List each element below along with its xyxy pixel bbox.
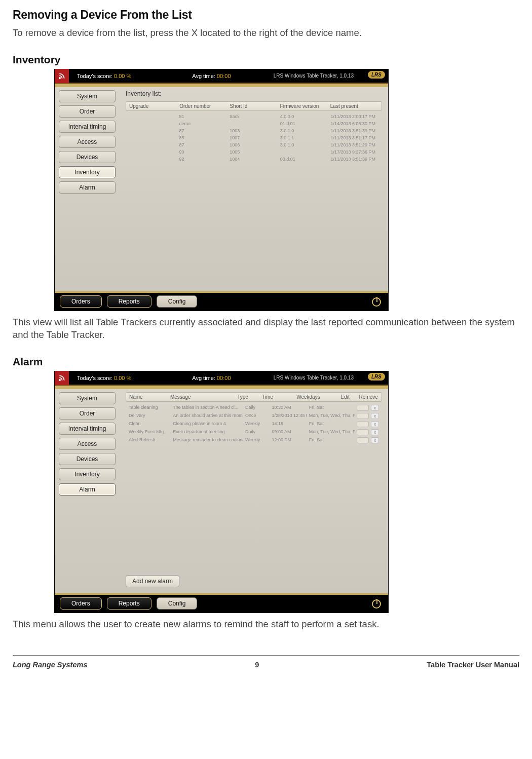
inventory-rows: 81track4.0.0.01/11/2013 2:00:17 PMdemo01… (126, 113, 382, 163)
app-body-alarm: System Order Interval timing Access Devi… (55, 386, 388, 593)
table-row: CleanCleaning please in room 4Weekly14:1… (126, 420, 382, 428)
orders-button[interactable]: Orders (60, 597, 102, 610)
footer-left: Long Range Systems (13, 661, 87, 669)
heading-removing-device: Removing a Device From the List (13, 8, 519, 22)
remove-button[interactable]: x (371, 429, 379, 435)
content-area: Inventory list: Upgrade Order number Sho… (120, 85, 388, 291)
table-row: 92100403.d.011/11/2013 3:51:39 PM (126, 156, 382, 163)
col-type: Type (237, 394, 260, 400)
col-short-id: Short Id (230, 103, 278, 109)
avg-label-text: Avg time: (192, 375, 215, 381)
app-bottombar-alarm: Orders Reports Config (55, 593, 388, 613)
alarm-header: Name Message Type Time Weekdays Edit Rem… (126, 392, 382, 402)
sidebar-item-inventory[interactable]: Inventory (59, 166, 116, 178)
edit-button[interactable] (357, 421, 369, 427)
col-weekdays: Weekdays (296, 394, 338, 400)
heading-alarm: Alarm (13, 356, 519, 368)
remove-button[interactable]: x (371, 421, 379, 427)
window-title: LRS Windows Table Tracker, 1.0.13 (274, 73, 354, 79)
lrs-logo: LRS (368, 71, 385, 79)
col-time: Time (262, 394, 294, 400)
remove-button[interactable]: x (371, 437, 379, 443)
screenshot-inventory: Today's score: 0.00 % Avg time: 00:00 LR… (54, 69, 389, 311)
table-row: demo01.d.011/14/2013 6:06:30 PM (126, 120, 382, 127)
power-icon[interactable] (372, 297, 381, 307)
sidebar: System Order Interval timing Access Devi… (55, 387, 120, 593)
edit-button[interactable] (357, 405, 369, 411)
orders-button[interactable]: Orders (60, 295, 102, 308)
col-edit: Edit (340, 394, 357, 400)
edit-button[interactable] (357, 429, 369, 435)
col-upgrade: Upgrade (129, 103, 177, 109)
col-firmware: Firmware version (280, 103, 328, 109)
paragraph-inventory-caption: This view will list all Table Trackers c… (13, 316, 519, 341)
sidebar-item-interval-timing[interactable]: Interval timing (59, 423, 116, 435)
score-value: 0.00 % (114, 73, 131, 79)
screenshot-alarm: Today's score: 0.00 % Avg time: 00:00 LR… (54, 371, 389, 613)
footer-right: Table Tracker User Manual (427, 661, 519, 669)
inventory-list-label: Inventory list: (126, 90, 382, 97)
inventory-header: Upgrade Order number Short Id Firmware v… (126, 101, 382, 111)
table-row: 8710063.0.1.01/11/2013 3:51:29 PM (126, 141, 382, 148)
svg-point-1 (59, 380, 60, 381)
avg-label: Avg time: 00:00 (192, 73, 231, 79)
sidebar-item-devices[interactable]: Devices (59, 453, 116, 465)
rss-icon (55, 69, 69, 83)
col-message: Message (170, 394, 235, 400)
sidebar-item-system[interactable]: System (59, 90, 116, 102)
score-label-text: Today's score: (77, 73, 112, 79)
app-topbar: Today's score: 0.00 % Avg time: 00:00 LR… (55, 69, 388, 84)
remove-button[interactable]: x (371, 405, 379, 411)
reports-button[interactable]: Reports (107, 597, 151, 610)
sidebar-item-system[interactable]: System (59, 392, 116, 404)
footer-page-number: 9 (255, 661, 259, 669)
config-button[interactable]: Config (157, 295, 198, 308)
page-footer: Long Range Systems 9 Table Tracker User … (13, 655, 519, 679)
col-remove: Remove (359, 394, 378, 400)
window-title: LRS Windows Table Tracker, 1.0.13 (274, 375, 354, 381)
alarm-rows: Table cleaningThe tables in section A ne… (126, 404, 382, 444)
avg-label: Avg time: 00:00 (192, 375, 231, 381)
add-new-alarm-button[interactable]: Add new alarm (126, 575, 179, 587)
app-bottombar: Orders Reports Config (55, 291, 388, 311)
reports-button[interactable]: Reports (107, 295, 151, 308)
app-body: System Order Interval timing Access Devi… (55, 84, 388, 291)
table-row: Weekly Exec MtgExec department meetingDa… (126, 428, 382, 436)
power-icon[interactable] (372, 599, 381, 609)
table-row: Table cleaningThe tables in section A ne… (126, 404, 382, 412)
sidebar-item-alarm[interactable]: Alarm (59, 483, 116, 496)
table-row: DeliveryAn order should arrive at this m… (126, 412, 382, 420)
sidebar-item-access[interactable]: Access (59, 438, 116, 450)
col-name: Name (129, 394, 168, 400)
lrs-logo: LRS (368, 373, 385, 381)
avg-value: 00:00 (217, 73, 231, 79)
remove-button[interactable]: x (371, 413, 379, 419)
table-row: 8710033.0.1.01/11/2013 3:51:39 PM (126, 127, 382, 134)
sidebar-item-inventory[interactable]: Inventory (59, 468, 116, 480)
score-label: Today's score: 0.00 % (77, 375, 131, 381)
sidebar-item-order[interactable]: Order (59, 407, 116, 420)
table-row: Alert RefreshMessage reminder to clean c… (126, 436, 382, 444)
content-area-alarm: Name Message Type Time Weekdays Edit Rem… (120, 387, 388, 593)
sidebar-item-devices[interactable]: Devices (59, 151, 116, 163)
col-last-present: Last present (330, 103, 378, 109)
col-order-number: Order number (179, 103, 227, 109)
rss-icon (55, 371, 69, 385)
score-label: Today's score: 0.00 % (77, 73, 131, 79)
sidebar-item-alarm[interactable]: Alarm (59, 181, 116, 194)
sidebar-item-access[interactable]: Access (59, 136, 116, 148)
sidebar: System Order Interval timing Access Devi… (55, 85, 120, 291)
edit-button[interactable] (357, 437, 369, 443)
paragraph-alarm-caption: This menu allows the user to create new … (13, 618, 519, 631)
config-button[interactable]: Config (157, 597, 198, 610)
sidebar-item-order[interactable]: Order (59, 105, 116, 118)
sidebar-item-interval-timing[interactable]: Interval timing (59, 121, 116, 133)
table-row: 9010051/17/2013 9:27:36 PM (126, 148, 382, 156)
table-row: 8510073.0.1.11/11/2013 3:51:17 PM (126, 134, 382, 141)
heading-inventory: Inventory (13, 54, 519, 66)
score-value: 0.00 % (114, 375, 131, 381)
edit-button[interactable] (357, 413, 369, 419)
paragraph-removing-device: To remove a device from the list, press … (13, 27, 519, 40)
svg-point-0 (59, 78, 60, 79)
avg-label-text: Avg time: (192, 73, 215, 79)
